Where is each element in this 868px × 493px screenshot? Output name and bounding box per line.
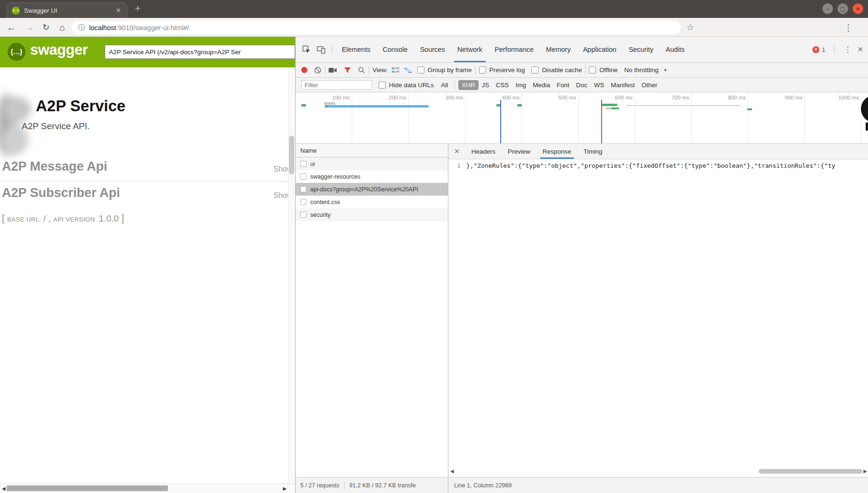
group-by-frame-checkbox[interactable]: Group by frame	[417, 66, 472, 74]
filter-type-xhr[interactable]: XHR	[458, 80, 479, 90]
back-icon[interactable]: ←	[7, 18, 16, 37]
page-vertical-scrollbar-thumb[interactable]	[289, 136, 294, 174]
request-row[interactable]: ui	[296, 157, 448, 170]
tab-audits[interactable]: Audits	[660, 37, 691, 62]
filter-type-all[interactable]: All	[438, 80, 451, 90]
request-name: security	[310, 212, 331, 218]
swagger-favicon-icon: {⋯}	[12, 7, 20, 15]
offline-label: Offline	[599, 66, 618, 74]
separator	[475, 66, 476, 74]
filter-input[interactable]	[301, 80, 372, 90]
tab-network[interactable]: Network	[451, 37, 488, 62]
timeline-event-marker	[601, 100, 602, 144]
list-view-icon[interactable]	[392, 67, 399, 74]
throttling-dropdown[interactable]: No throttling	[624, 66, 659, 74]
filter-type-other[interactable]: Other	[638, 80, 661, 90]
scroll-left-icon[interactable]: ◀	[450, 468, 454, 474]
filter-type-manifest[interactable]: Manifest	[607, 80, 638, 90]
response-horizontal-scrollbar[interactable]: ◀ ▶	[448, 468, 868, 475]
waterfall-view-icon[interactable]	[404, 67, 413, 74]
waterfall-bar	[517, 104, 522, 107]
page-horizontal-scrollbar-thumb[interactable]	[7, 485, 168, 491]
maximize-button[interactable]: ▢	[837, 3, 848, 14]
site-info-icon[interactable]: ⓘ	[78, 24, 85, 32]
forward-icon[interactable]: →	[25, 18, 34, 37]
chevron-down-icon[interactable]: ▼	[663, 68, 668, 73]
tab-sources[interactable]: Sources	[414, 37, 451, 62]
tab-close-icon[interactable]: ✕	[115, 7, 122, 14]
api-url-input[interactable]	[105, 45, 295, 59]
detail-close-icon[interactable]: ✕	[448, 148, 465, 155]
browser-navbar: ← → ↻ ⌂ ⓘ localhost:9010/swagger-ui.html…	[0, 18, 868, 37]
close-window-button[interactable]: ✕	[852, 3, 863, 14]
network-waterfall[interactable]: 100 ms200 ms300 ms400 ms500 ms600 ms700 …	[296, 92, 868, 144]
filter-type-css[interactable]: CSS	[493, 80, 513, 90]
separator	[344, 482, 345, 489]
tab-response[interactable]: Response	[537, 144, 578, 159]
waterfall-bar	[627, 105, 741, 106]
tab-timing[interactable]: Timing	[578, 144, 609, 159]
preserve-log-checkbox[interactable]: Preserve log	[479, 66, 525, 74]
browser-menu-icon[interactable]: ⋮	[844, 18, 853, 37]
filter-type-js[interactable]: JS	[479, 80, 493, 90]
bookmark-star-icon[interactable]: ☆	[686, 18, 694, 37]
request-row[interactable]: security	[296, 208, 448, 221]
request-row-selected[interactable]: api-docs?group=A2P%20Service%20API	[296, 183, 448, 196]
filter-type-ws[interactable]: WS	[591, 80, 608, 90]
filter-type-img[interactable]: Img	[512, 80, 529, 90]
request-row[interactable]: swagger-resources	[296, 170, 448, 183]
timeline-tick-label: 500 ms	[547, 95, 576, 100]
browser-tab[interactable]: {⋯} Swagger UI ✕	[7, 2, 127, 18]
error-badge[interactable]: ✕ 1	[812, 46, 826, 53]
hide-data-urls-checkbox[interactable]: Hide data URLs	[379, 82, 434, 89]
offline-checkbox[interactable]: Offline	[589, 66, 618, 74]
search-icon[interactable]	[358, 66, 365, 74]
section-title-subscriber-api[interactable]: A2P Subscriber Api	[2, 186, 120, 200]
separator	[585, 66, 586, 74]
scroll-left-icon[interactable]: ◀	[2, 486, 6, 491]
checkbox-icon	[531, 66, 538, 74]
reload-icon[interactable]: ↻	[42, 18, 50, 37]
filter-type-media[interactable]: Media	[529, 80, 554, 90]
timeline-gridline	[861, 92, 861, 143]
screenshot-capture-icon[interactable]	[329, 67, 337, 73]
minimize-button[interactable]: −	[822, 3, 833, 14]
tab-application[interactable]: Application	[577, 37, 622, 62]
tab-memory[interactable]: Memory	[540, 37, 577, 62]
response-text[interactable]: },"ZoneRules":{"type":"object","properti…	[464, 162, 868, 169]
timeline-tick-label: 300 ms	[434, 95, 463, 100]
inspect-element-icon[interactable]	[299, 45, 314, 54]
request-row[interactable]: content.css	[296, 196, 448, 208]
disable-cache-checkbox[interactable]: Disable cache	[531, 66, 582, 74]
address-bar[interactable]: ⓘ localhost:9010/swagger-ui.html#/	[72, 21, 681, 34]
new-tab-button[interactable]: +	[135, 3, 141, 14]
tab-console[interactable]: Console	[376, 37, 413, 62]
transferred-size: 91.2 KB / 92.7 KB transfe	[349, 482, 416, 489]
tab-headers[interactable]: Headers	[465, 144, 502, 159]
filter-funnel-icon[interactable]	[344, 67, 351, 74]
filter-type-doc[interactable]: Doc	[573, 80, 591, 90]
device-toolbar-icon[interactable]	[314, 46, 329, 54]
tab-elements[interactable]: Elements	[336, 37, 376, 62]
section-title-message-api[interactable]: A2P Message Api	[2, 159, 107, 174]
tab-preview[interactable]: Preview	[502, 144, 537, 159]
requests-header[interactable]: Name	[296, 144, 448, 157]
tab-performance[interactable]: Performance	[488, 37, 540, 62]
requests-count: 5 / 27 requests	[300, 482, 339, 489]
page-title: A2P Service	[36, 97, 125, 115]
scroll-right-icon[interactable]: ▶	[283, 486, 287, 491]
tab-security[interactable]: Security	[622, 37, 659, 62]
response-scrollbar-thumb[interactable]	[759, 469, 862, 474]
timeline-gridline	[408, 92, 409, 143]
devtools-menu-icon[interactable]: ⋮	[843, 45, 851, 55]
filter-type-font[interactable]: Font	[554, 80, 573, 90]
record-button[interactable]	[301, 67, 307, 73]
scroll-right-icon[interactable]: ▶	[863, 468, 867, 474]
devtools-close-icon[interactable]: ✕	[857, 45, 863, 54]
home-icon[interactable]: ⌂	[59, 18, 65, 37]
bracket-open: [	[2, 213, 7, 223]
timeline-event-marker	[500, 100, 501, 144]
line-number: 1	[448, 162, 464, 169]
page-vertical-scrollbar[interactable]	[288, 67, 295, 484]
clear-icon[interactable]	[314, 66, 322, 74]
